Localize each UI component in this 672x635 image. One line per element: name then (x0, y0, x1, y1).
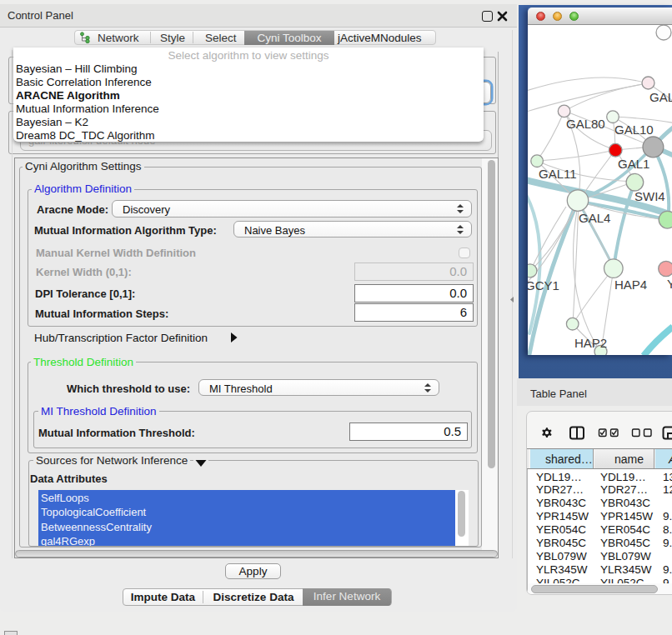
svg-text:GAL1: GAL1 (618, 157, 649, 171)
svg-text:GCY1: GCY1 (528, 278, 559, 292)
svg-text:SWI4: SWI4 (634, 189, 665, 203)
svg-text:GAL80: GAL80 (566, 117, 605, 131)
svg-text:GAL11: GAL11 (539, 167, 577, 181)
svg-text:GAL7: GAL7 (649, 90, 672, 104)
svg-text:GAL10: GAL10 (614, 122, 654, 137)
svg-text:HAP4: HAP4 (614, 278, 647, 292)
svg-text:GAL4: GAL4 (579, 211, 610, 225)
svg-text:HAP2: HAP2 (574, 336, 607, 350)
svg-text:YE: YE (667, 277, 672, 291)
